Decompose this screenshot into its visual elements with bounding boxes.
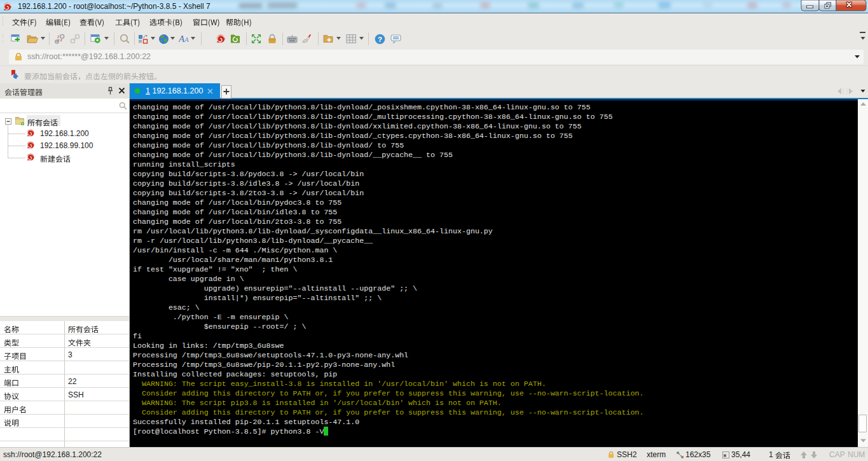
svg-text:?: ? xyxy=(378,36,382,43)
svg-text:A: A xyxy=(184,36,189,43)
